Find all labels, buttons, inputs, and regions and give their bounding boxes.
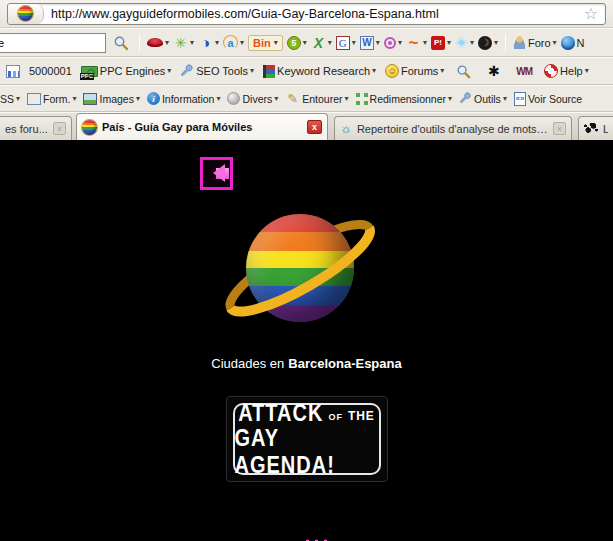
entourer-label: Entourer xyxy=(302,93,342,105)
redimensionner-label: Redimensionner xyxy=(370,93,446,105)
back-button[interactable] xyxy=(200,157,233,190)
browser-window: http://www.gayguideformobiles.com/Guia-G… xyxy=(0,0,613,541)
divers-menu[interactable]: Divers▾ xyxy=(227,92,278,105)
sparkle-icon: ✳ xyxy=(173,35,188,50)
url-bar[interactable]: http://www.gayguideformobiles.com/Guia-G… xyxy=(7,3,606,25)
dropdown-caret-icon: ▾ xyxy=(494,39,498,47)
form-icon xyxy=(27,93,41,105)
dropdown-caret-icon: ▾ xyxy=(303,39,307,47)
information-label: Information xyxy=(162,93,215,105)
tab-strip: es foru... x País - Guía Gay para Móvile… xyxy=(0,112,613,140)
ppc-chip-label: PPC xyxy=(80,73,94,80)
contrast-menu-button[interactable]: ◑▾ xyxy=(198,35,219,50)
dropdown-caret-icon: ▾ xyxy=(167,67,171,75)
information-menu[interactable]: iInformation▾ xyxy=(147,92,221,105)
cities-caption: Ciudades enBarcelona-Espana xyxy=(0,356,613,371)
dropdown-caret-icon: ▾ xyxy=(136,95,140,103)
tab-favicon-sun-icon: ☼ xyxy=(340,122,352,135)
css-menu[interactable]: SS▾ xyxy=(0,93,20,105)
translate-menu-button[interactable]: a▾ xyxy=(223,35,244,50)
rainbow-globe-logo xyxy=(215,192,385,344)
dropdown-caret-icon: ▾ xyxy=(216,95,220,103)
url-bar-row: http://www.gayguideformobiles.com/Guia-G… xyxy=(0,0,613,28)
tab-pais-guia-gay[interactable]: País - Guía Gay para Móviles x xyxy=(76,113,328,140)
gay-agenda-banner[interactable]: ATTACK OF THE GAY AGENDA! xyxy=(226,396,388,482)
compass-menu-button[interactable]: ▾ xyxy=(455,36,474,49)
feed-icon xyxy=(561,36,575,50)
dropdown-caret-icon: ▾ xyxy=(215,39,219,47)
css-label: SS xyxy=(0,93,14,105)
foro-menu-button[interactable]: Foro▾ xyxy=(513,36,557,49)
outils-menu[interactable]: Outils▾ xyxy=(459,92,507,105)
tab-label: País - Guía Gay para Móviles xyxy=(102,121,302,133)
swoosh-icon: ~ xyxy=(406,35,421,50)
page-content: Ciudades enBarcelona-Espana ATTACK OF TH… xyxy=(0,140,613,541)
pingler-icon: P! xyxy=(431,36,445,50)
ppc-engines-label: PPC Engines xyxy=(100,65,165,77)
dropdown-caret-icon: ▾ xyxy=(345,95,349,103)
entourer-menu[interactable]: ✎Entourer▾ xyxy=(285,91,348,106)
toolbar-separator xyxy=(505,34,506,52)
lips-menu-button[interactable]: ▾ xyxy=(147,38,169,47)
banner-frame: ATTACK OF THE GAY AGENDA! xyxy=(233,403,381,475)
x-graph-menu-button[interactable]: X▾ xyxy=(311,35,332,50)
seoquake-menu-button[interactable]: 5▾ xyxy=(287,36,307,50)
search-button[interactable] xyxy=(110,34,132,52)
bookmark-star-icon[interactable]: ☆ xyxy=(577,6,605,22)
redimensionner-menu[interactable]: Redimensionner▾ xyxy=(356,93,452,105)
tab-close-icon[interactable]: x xyxy=(53,122,66,135)
tab-repertoire-outils[interactable]: ☼ Repertoire d'outils d'analyse de mots-… xyxy=(334,116,572,140)
help-label: Help xyxy=(560,65,583,77)
tab-forums-clipped[interactable]: es foru... x xyxy=(0,116,72,140)
crescent-moon-icon: ☽ xyxy=(478,36,492,50)
tab-close-icon[interactable]: x xyxy=(307,120,322,134)
dropdown-caret-icon: ▾ xyxy=(240,39,244,47)
form-menu[interactable]: Form.▾ xyxy=(27,93,76,105)
keyword-books-icon xyxy=(263,65,275,78)
news-feed-button[interactable]: N xyxy=(561,36,585,50)
voir-source-button[interactable]: «»Voir Source xyxy=(514,92,582,106)
tab-favicon-globe-icon xyxy=(82,120,97,135)
ppc-engines-menu[interactable]: PPCPPC Engines▾ xyxy=(81,65,171,77)
swoosh-menu-button[interactable]: ~▾ xyxy=(406,35,427,50)
dropdown-caret-icon: ▾ xyxy=(376,39,380,47)
tab-lycos-clipped[interactable]: Lyc xyxy=(578,116,613,140)
image-icon xyxy=(83,93,97,105)
google-icon: G xyxy=(336,36,350,50)
dropdown-caret-icon: ▾ xyxy=(553,39,557,47)
money-icon: PPC xyxy=(81,66,98,77)
dropdown-caret-icon: ▾ xyxy=(352,39,356,47)
seo-tools-menu[interactable]: SEO Tools▾ xyxy=(180,64,254,78)
wordtracker-icon: W xyxy=(360,36,374,50)
search-input[interactable] xyxy=(0,33,106,53)
forums-menu[interactable]: ☺Forums▾ xyxy=(385,64,444,78)
person-icon xyxy=(513,36,526,49)
eclipse-menu-button[interactable]: ☽▾ xyxy=(478,36,498,50)
translate-icon: a xyxy=(223,35,238,50)
keyword-research-menu[interactable]: Keyword Research▾ xyxy=(263,65,376,78)
wrench-icon xyxy=(180,64,194,78)
site-identity-button[interactable] xyxy=(8,4,44,24)
url-text[interactable]: http://www.gayguideformobiles.com/Guia-G… xyxy=(44,7,577,21)
seo-tools-label: SEO Tools xyxy=(196,65,248,77)
wordtracker-menu-button[interactable]: W▾ xyxy=(360,36,380,50)
webmasterworld-button[interactable]: WM xyxy=(513,65,535,78)
google-menu-button[interactable]: G▾ xyxy=(336,36,356,50)
seoquake-icon: 5 xyxy=(287,36,301,50)
target-menu-button[interactable]: ▾ xyxy=(384,37,402,49)
source-doc-icon: «» xyxy=(514,92,526,106)
sparkle-menu-button[interactable]: ✳▾ xyxy=(173,35,194,50)
spider-button[interactable]: ✱ xyxy=(483,63,504,80)
keyword-research-label: Keyword Research xyxy=(277,65,370,77)
help-menu[interactable]: Help▾ xyxy=(544,64,589,78)
pingler-menu-button[interactable]: P!▾ xyxy=(431,36,451,50)
target-icon xyxy=(384,37,396,49)
images-menu[interactable]: Images▾ xyxy=(83,93,139,105)
divers-label: Divers xyxy=(242,93,272,105)
life-buoy-icon xyxy=(544,64,558,78)
forums-label: Forums xyxy=(401,65,438,77)
tab-close-icon[interactable]: x xyxy=(553,122,566,135)
bin-menu-button[interactable]: Bin▾ xyxy=(248,35,283,51)
seo-search-button[interactable] xyxy=(453,63,474,80)
dropdown-caret-icon: ▾ xyxy=(470,39,474,47)
